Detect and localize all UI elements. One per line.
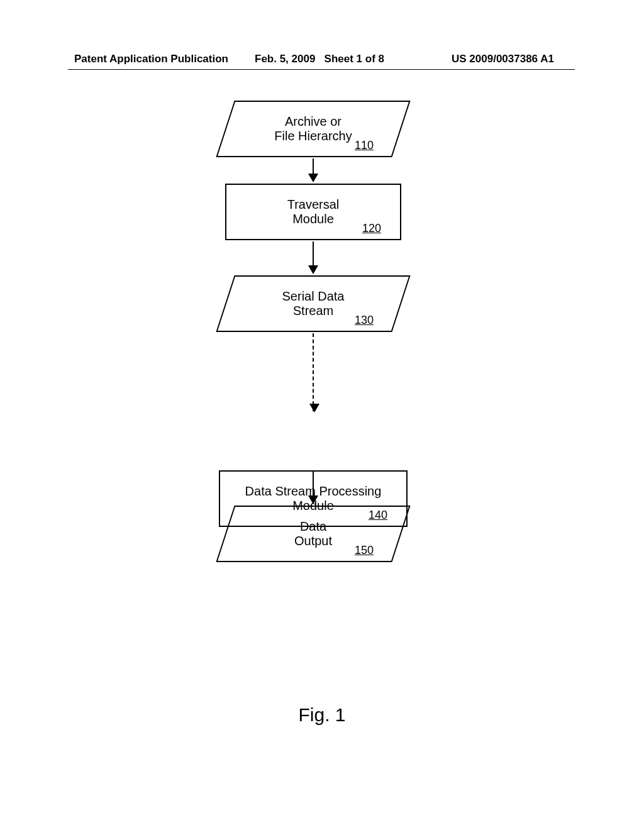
node-label-line: Traversal bbox=[287, 197, 340, 212]
node-label-line: File Hierarchy bbox=[274, 129, 352, 143]
header-rule bbox=[68, 69, 575, 70]
figure-caption: Fig. 1 bbox=[0, 704, 644, 726]
node-serial-data-stream: Serial Data Stream 130 bbox=[216, 275, 410, 332]
flowchart: Archive or File Hierarchy 110 Traversal … bbox=[0, 92, 644, 205]
header-sheet: Sheet 1 of 8 bbox=[325, 53, 384, 65]
node-label-line: Archive or bbox=[285, 114, 341, 129]
node-label-line: Stream bbox=[293, 304, 333, 318]
node-ref-number: 110 bbox=[355, 139, 374, 152]
header-pub-number: US 2009/0037386 A1 bbox=[452, 53, 554, 65]
node-label-line: Output bbox=[294, 534, 332, 548]
header-date: Feb. 5, 2009 bbox=[255, 53, 315, 65]
node-ref-number: 120 bbox=[362, 222, 381, 235]
arrow-130-140-dashed bbox=[313, 333, 315, 411]
patent-figure-page: Patent Application Publication Feb. 5, 2… bbox=[0, 0, 644, 830]
node-ref-number: 150 bbox=[355, 544, 374, 557]
arrow-140-150 bbox=[313, 472, 314, 503]
node-traversal-module: Traversal Module 120 bbox=[225, 184, 401, 240]
arrow-120-130 bbox=[313, 241, 314, 273]
node-label-line: Data bbox=[300, 519, 326, 534]
arrow-110-120 bbox=[313, 158, 314, 181]
header-publication-type: Patent Application Publication bbox=[74, 53, 228, 65]
header-date-sheet: Feb. 5, 2009 Sheet 1 of 8 bbox=[255, 53, 384, 65]
node-ref-number: 130 bbox=[355, 314, 374, 327]
node-data-output: Data Output 150 bbox=[216, 506, 410, 562]
node-archive-hierarchy: Archive or File Hierarchy 110 bbox=[216, 101, 410, 157]
node-label-line: Module bbox=[292, 212, 334, 226]
node-label-line: Serial Data bbox=[282, 289, 345, 304]
